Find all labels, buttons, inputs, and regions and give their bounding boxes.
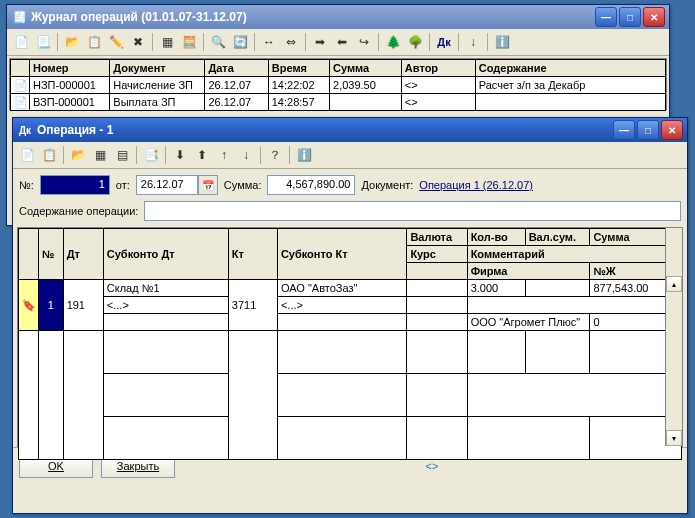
postings-grid[interactable]: № Дт Субконто Дт Кт Субконто Кт Валюта К… bbox=[17, 227, 683, 447]
h-firm[interactable]: Фирма bbox=[467, 263, 590, 280]
refresh-icon[interactable]: 🔄 bbox=[230, 32, 250, 52]
new-icon[interactable]: 📄 bbox=[11, 32, 31, 52]
cell-subdt3[interactable] bbox=[103, 314, 228, 331]
h-qty[interactable]: Кол-во bbox=[467, 229, 525, 246]
h-subkt[interactable]: Субконто Кт bbox=[277, 229, 406, 280]
col-time[interactable]: Время bbox=[268, 60, 329, 77]
close-button[interactable]: ✕ bbox=[661, 120, 683, 140]
operation-toolbar: 📄 📋 📂 ▦ ▤ 📑 ⬇ ⬆ ↑ ↓ ？ ℹ️ bbox=[13, 142, 687, 169]
post-icon[interactable]: ➡ bbox=[310, 32, 330, 52]
grid1-icon[interactable]: ▦ bbox=[90, 145, 110, 165]
grid2-icon[interactable]: ▤ bbox=[112, 145, 132, 165]
col-num[interactable]: Номер bbox=[30, 60, 110, 77]
tree-icon[interactable]: 🌲 bbox=[383, 32, 403, 52]
vertical-scrollbar[interactable]: ▴ ▾ bbox=[665, 228, 682, 446]
cell-qty[interactable]: 3.000 bbox=[467, 280, 525, 297]
h-n[interactable]: № bbox=[39, 229, 64, 280]
help-icon[interactable]: ℹ️ bbox=[294, 145, 314, 165]
empty-row[interactable] bbox=[19, 331, 682, 374]
maximize-button[interactable]: □ bbox=[619, 7, 641, 27]
new-row-icon[interactable]: 📄 bbox=[17, 145, 37, 165]
journal-grid[interactable]: Номер Документ Дата Время Сумма Автор Со… bbox=[9, 58, 667, 110]
whatsthis-icon[interactable]: ？ bbox=[265, 145, 285, 165]
h-valsum[interactable]: Вал.сум. bbox=[525, 229, 590, 246]
minimize-button[interactable]: — bbox=[613, 120, 635, 140]
cell-comment[interactable] bbox=[467, 297, 681, 314]
operation-titlebar[interactable]: Дк Операция - 1 — □ ✕ bbox=[13, 118, 687, 142]
cell-blank2[interactable] bbox=[407, 314, 467, 331]
dk-title-icon: Дк bbox=[17, 122, 33, 138]
unpost-icon[interactable]: ⬅ bbox=[332, 32, 352, 52]
close-button[interactable]: ✕ bbox=[643, 7, 665, 27]
mark-icon[interactable]: ↪ bbox=[354, 32, 374, 52]
col-sum[interactable]: Сумма bbox=[330, 60, 402, 77]
posting-row[interactable]: ООО "Агромет Плюс" 0 bbox=[19, 314, 682, 331]
cell-subdt2[interactable]: <...> bbox=[103, 297, 228, 314]
empty-row[interactable] bbox=[19, 417, 682, 460]
col-author[interactable]: Автор bbox=[401, 60, 475, 77]
table-row[interactable]: 📄 ВЗП-000001 Выплата ЗП 26.12.07 14:28:5… bbox=[11, 94, 666, 111]
cell-subkt2[interactable]: <...> bbox=[277, 297, 406, 314]
num-field[interactable]: 1 bbox=[40, 175, 110, 195]
col-doc[interactable]: Документ bbox=[110, 60, 205, 77]
h-cur[interactable]: Валюта bbox=[407, 229, 467, 246]
up-icon[interactable]: ↑ bbox=[214, 145, 234, 165]
new-line-icon[interactable]: 📃 bbox=[33, 32, 53, 52]
search-icon[interactable]: 🔍 bbox=[208, 32, 228, 52]
cell-cur[interactable] bbox=[407, 280, 467, 297]
minimize-button[interactable]: — bbox=[595, 7, 617, 27]
nav-arrows-icon[interactable]: <> bbox=[426, 460, 439, 472]
cell-course[interactable] bbox=[407, 297, 467, 314]
delete-icon[interactable]: ✖ bbox=[128, 32, 148, 52]
open-icon[interactable]: 📂 bbox=[68, 145, 88, 165]
help-icon[interactable]: ℹ️ bbox=[492, 32, 512, 52]
scroll-up-icon[interactable]: ▴ bbox=[666, 276, 682, 292]
h-subdt[interactable]: Субконто Дт bbox=[103, 229, 228, 280]
down-icon[interactable]: ↓ bbox=[463, 32, 483, 52]
tree2-icon[interactable]: 🌳 bbox=[405, 32, 425, 52]
calendar-icon[interactable]: 📅 bbox=[198, 175, 218, 195]
maximize-button[interactable]: □ bbox=[637, 120, 659, 140]
cell-subdt1[interactable]: Склад №1 bbox=[103, 280, 228, 297]
sum-field[interactable]: 4,567,890.00 bbox=[267, 175, 355, 195]
edit-icon[interactable]: ✏️ bbox=[106, 32, 126, 52]
cell-subkt1[interactable]: ОАО "АвтоЗаз" bbox=[277, 280, 406, 297]
filter-icon[interactable]: 🧮 bbox=[179, 32, 199, 52]
cell-doc: Начисление ЗП bbox=[110, 77, 205, 94]
h-kt[interactable]: Кт bbox=[228, 229, 277, 280]
journal-titlebar[interactable]: 🧾 Журнал операций (01.01.07-31.12.07) — … bbox=[7, 5, 669, 29]
scroll-down-icon[interactable]: ▾ bbox=[666, 430, 682, 446]
col-icon bbox=[11, 60, 30, 77]
width-icon[interactable]: ↔ bbox=[259, 32, 279, 52]
h-dt[interactable]: Дт bbox=[63, 229, 103, 280]
h-comment[interactable]: Комментарий bbox=[467, 246, 681, 263]
h-icon bbox=[19, 229, 39, 280]
cell-firm[interactable]: ООО "Агромет Плюс" bbox=[467, 314, 590, 331]
from-label: от: bbox=[116, 179, 130, 191]
table-row[interactable]: 📄 НЗП-000001 Начисление ЗП 26.12.07 14:2… bbox=[11, 77, 666, 94]
insert-icon[interactable]: ⬇ bbox=[170, 145, 190, 165]
cell-subkt3[interactable] bbox=[277, 314, 406, 331]
copy-icon[interactable]: 📑 bbox=[141, 145, 161, 165]
date-field[interactable]: 26.12.07 bbox=[136, 175, 198, 195]
cell-n[interactable]: 1 bbox=[39, 280, 64, 331]
remove-icon[interactable]: ⬆ bbox=[192, 145, 212, 165]
empty-row[interactable] bbox=[19, 374, 682, 417]
dk-icon[interactable]: Дк bbox=[434, 32, 454, 52]
down-icon[interactable]: ↓ bbox=[236, 145, 256, 165]
copy-icon[interactable]: 📋 bbox=[84, 32, 104, 52]
grid-icon[interactable]: ▦ bbox=[157, 32, 177, 52]
width2-icon[interactable]: ⇔ bbox=[281, 32, 301, 52]
posting-row[interactable]: <...> <...> bbox=[19, 297, 682, 314]
col-date[interactable]: Дата bbox=[205, 60, 268, 77]
content-field[interactable] bbox=[144, 201, 681, 221]
cell-kt[interactable]: 3711 bbox=[228, 280, 277, 331]
h-course[interactable]: Курс bbox=[407, 246, 467, 263]
open-icon[interactable]: 📂 bbox=[62, 32, 82, 52]
document-link[interactable]: Операция 1 (26.12.07) bbox=[419, 179, 533, 191]
cell-valsum[interactable] bbox=[525, 280, 590, 297]
template-icon[interactable]: 📋 bbox=[39, 145, 59, 165]
col-content[interactable]: Содержание bbox=[475, 60, 665, 77]
posting-row[interactable]: 🔖 1 191 Склад №1 3711 ОАО "АвтоЗаз" 3.00… bbox=[19, 280, 682, 297]
cell-dt[interactable]: 191 bbox=[63, 280, 103, 331]
